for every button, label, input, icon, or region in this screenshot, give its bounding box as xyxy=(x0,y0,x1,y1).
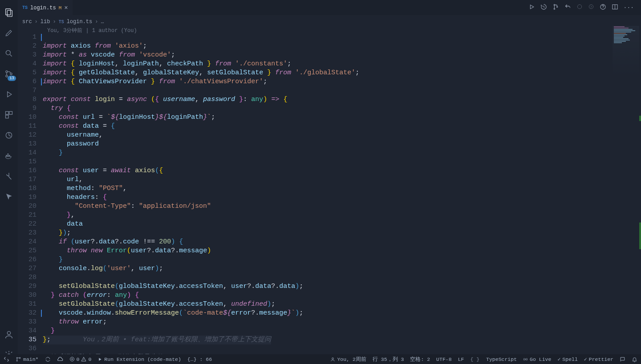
code-line[interactable]: 30 } catch (error: any) { xyxy=(18,291,632,300)
revert-icon[interactable] xyxy=(564,3,572,13)
crumb-file[interactable]: login.ts xyxy=(67,19,93,25)
close-icon[interactable]: × xyxy=(64,4,68,12)
svg-rect-6 xyxy=(6,112,9,115)
code-line[interactable]: 31 setGlobalState(globalStateKey.accessT… xyxy=(18,300,632,309)
svg-rect-11 xyxy=(8,155,9,156)
compare-icon[interactable] xyxy=(552,3,560,13)
remote-icon[interactable] xyxy=(4,356,9,362)
code-line[interactable]: 23 }); xyxy=(18,229,632,238)
code-line[interactable]: 6import { ChatViewsProvider } from './ch… xyxy=(18,77,632,86)
code-line[interactable]: 34 } xyxy=(18,327,632,336)
extensions-icon[interactable] xyxy=(0,106,18,124)
status-encoding[interactable]: UTF-8 xyxy=(436,356,452,362)
svg-point-3 xyxy=(6,71,8,73)
status-position[interactable]: 行 35，列 3 xyxy=(373,356,404,363)
svg-rect-10 xyxy=(6,155,7,156)
svg-point-17 xyxy=(554,8,555,9)
code-line[interactable]: 5import { getGlobalState, globalStateKey… xyxy=(18,69,632,77)
status-problems[interactable]: 0 0 xyxy=(69,356,92,362)
status-prettier[interactable]: ✓ Prettier xyxy=(584,356,613,362)
help-icon[interactable] xyxy=(599,3,607,13)
code-line[interactable]: 14 } xyxy=(18,149,632,158)
code-line[interactable]: 18 method: "POST", xyxy=(18,184,632,193)
crumb-more[interactable]: … xyxy=(101,19,104,25)
explorer-icon[interactable] xyxy=(0,4,18,21)
tab-bar: TS login.ts M × ··· xyxy=(18,0,641,15)
status-lang[interactable]: { } TypeScript xyxy=(470,356,517,362)
tab-modified: M xyxy=(59,5,62,11)
code-line[interactable]: 36 xyxy=(18,344,632,353)
svg-point-27 xyxy=(332,357,334,359)
code-line[interactable]: 3import * as vscode from 'vscode'; xyxy=(18,51,632,60)
ts-icon: TS xyxy=(59,20,64,24)
svg-point-2 xyxy=(6,50,10,55)
cursor-icon[interactable] xyxy=(0,188,18,206)
editor-actions: ··· xyxy=(527,0,641,15)
editor[interactable]: 12import axios from 'axios';3import * as… xyxy=(18,33,632,357)
source-control-icon[interactable]: 13 xyxy=(0,65,18,83)
ts-icon: TS xyxy=(22,5,28,10)
code-line[interactable]: 17 url, xyxy=(18,175,632,184)
account-icon[interactable] xyxy=(0,326,18,344)
status-bracket[interactable]: {…} : 66 xyxy=(187,356,212,362)
code-line[interactable]: 33 throw error; xyxy=(18,318,632,327)
code-line[interactable]: 2import axios from 'axios'; xyxy=(18,42,632,51)
gitlens-icon[interactable] xyxy=(0,126,18,144)
debug-icon[interactable] xyxy=(0,85,18,103)
code-line[interactable]: 10 const url = `${loginHost}${loginPath}… xyxy=(18,113,632,122)
code-line[interactable]: 13 password xyxy=(18,140,632,149)
status-golive[interactable]: Go Live xyxy=(523,356,551,362)
code-line[interactable]: 16 const user = await axios({ xyxy=(18,166,632,175)
code-line[interactable]: 32 vscode.window.showErrorMessage(`code-… xyxy=(18,309,632,318)
code-line[interactable]: 7 xyxy=(18,86,632,95)
code-line[interactable]: 15 xyxy=(18,158,632,166)
code-line[interactable]: 35}; You，2周前 • feat:增加了账号权限、增加了不带上下文提问 xyxy=(18,336,632,344)
svg-rect-1 xyxy=(7,10,12,16)
code-line[interactable]: 21 }, xyxy=(18,211,632,220)
edit-icon[interactable] xyxy=(0,24,18,42)
code-line[interactable]: 8export const login = async ({ username,… xyxy=(18,95,632,104)
sync-icon[interactable] xyxy=(45,356,51,362)
status-eol[interactable]: LF xyxy=(458,356,464,362)
svg-point-16 xyxy=(554,4,555,5)
code-line[interactable]: 27 console.log('user', user); xyxy=(18,264,632,273)
code-line[interactable]: 25 throw new Error(user?.data?.message) xyxy=(18,247,632,255)
status-spaces[interactable]: 空格: 2 xyxy=(410,356,430,363)
code-line[interactable]: 22 data xyxy=(18,220,632,229)
split-icon[interactable] xyxy=(611,3,619,13)
code-line[interactable]: 20 "Content-Type": "application/json" xyxy=(18,202,632,211)
docker-icon[interactable] xyxy=(0,147,18,165)
tab-login[interactable]: TS login.ts M × xyxy=(18,0,73,15)
code-line[interactable]: 12 username, xyxy=(18,131,632,140)
activity-bar: 13 xyxy=(0,0,18,364)
code-line[interactable]: 26 } xyxy=(18,255,632,264)
feedback-icon[interactable] xyxy=(620,356,625,362)
status-debug[interactable]: Run Extension (code-mate) xyxy=(97,356,181,362)
code-line[interactable]: 11 const data = { xyxy=(18,122,632,131)
status-blame[interactable]: You, 2周前 xyxy=(330,356,366,363)
search-icon[interactable] xyxy=(0,44,18,62)
status-branch[interactable]: main* xyxy=(16,356,39,362)
gitgraph-icon[interactable] xyxy=(0,167,18,185)
cloud-icon[interactable] xyxy=(57,356,63,362)
code-line[interactable]: 9 try { xyxy=(18,104,632,113)
code-line[interactable]: 24 if (user?.data?.code !== 200) { xyxy=(18,238,632,247)
svg-point-4 xyxy=(6,75,8,77)
run-icon[interactable] xyxy=(527,3,536,13)
crumb-src[interactable]: src xyxy=(22,19,32,25)
more-icon[interactable]: ··· xyxy=(623,4,635,12)
status-spell[interactable]: ✓ Spell xyxy=(557,356,577,362)
svg-rect-8 xyxy=(6,115,9,118)
minimap[interactable] xyxy=(613,26,639,88)
circle-icon[interactable] xyxy=(576,3,584,12)
code-line[interactable]: 19 headers: { xyxy=(18,193,632,202)
code-line[interactable]: 1 xyxy=(18,33,632,42)
bell-icon[interactable] xyxy=(632,356,637,362)
code-line[interactable]: 29 setGlobalState(globalStateKey.accessT… xyxy=(18,282,632,291)
code-line[interactable]: 4import { loginHost, loginPath, checkPat… xyxy=(18,60,632,69)
crumb-lib[interactable]: lib xyxy=(41,19,50,25)
code-line[interactable]: 28 xyxy=(18,273,632,282)
timeline-icon[interactable] xyxy=(540,3,548,13)
next-icon[interactable] xyxy=(587,3,595,12)
breadcrumb[interactable]: src › lib › TS login.ts › … xyxy=(22,17,104,27)
